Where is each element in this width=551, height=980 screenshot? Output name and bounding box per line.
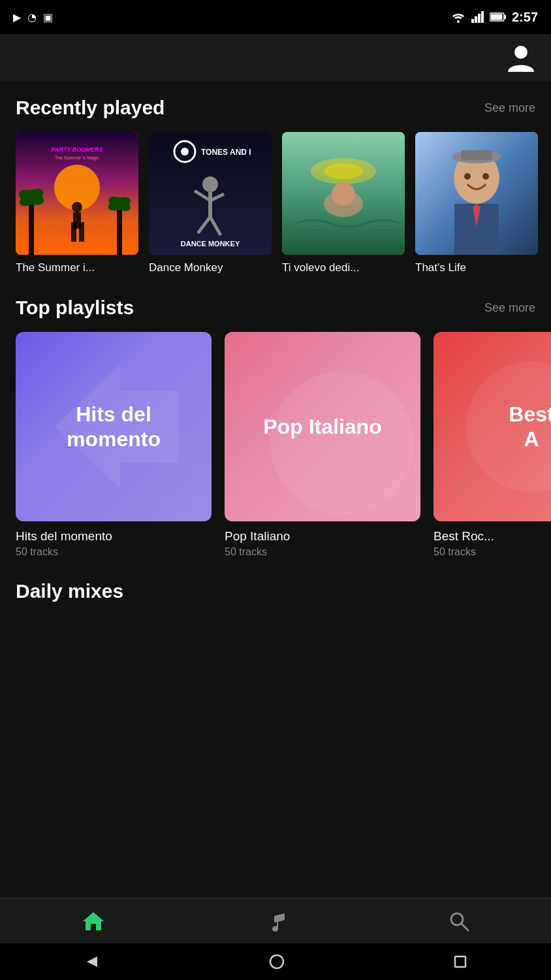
album-art-summer: PARTY BOOMERS The Summer is Magic [16,132,138,255]
recently-played-section: Recently played See more [0,81,551,281]
album-title-summer: The Summer i... [16,261,95,274]
playlist-tracks-hits: 50 tracks [16,546,212,558]
thats-art-svg [415,132,538,255]
playlist-card-pop[interactable]: Pop Italiano Pop Italiano 50 tracks [225,332,420,558]
back-icon [84,954,100,970]
playlist-tracks-best: 50 tracks [433,546,551,558]
playlist-label-pop: Pop Italiano [253,404,392,449]
svg-rect-19 [71,222,76,242]
svg-line-52 [462,924,468,930]
playlist-label-hits: Hits delmomento [56,391,171,463]
recently-played-list: PARTY BOOMERS The Summer is Magic The Su… [0,132,551,274]
recently-played-title: Recently played [16,97,165,119]
top-playlists-title: Top playlists [16,297,134,319]
user-avatar[interactable] [507,43,535,72]
top-playlists-header: Top playlists See more [0,297,551,319]
svg-rect-20 [79,222,84,242]
playlist-card-hits[interactable]: Hits delmomento Hits del momento 50 trac… [16,332,212,558]
playlist-tracks-pop: 50 tracks [225,546,420,558]
nav-search[interactable] [435,906,482,937]
svg-rect-4 [481,11,484,23]
svg-point-25 [181,148,189,155]
playlist-name-hits: Hits del momento [16,529,212,544]
top-playlists-section: Top playlists See more Hits delmomento H… [0,281,551,564]
svg-point-27 [202,176,218,192]
android-back-button[interactable] [84,954,100,970]
album-card-dance[interactable]: TONES AND I DANCE MONKEY [149,132,272,274]
daily-mixes-title: Daily mixes [0,564,551,615]
android-nav [0,943,551,980]
playlist-cover-best: BestA [433,332,551,521]
android-home-icon [269,954,285,970]
svg-rect-14 [117,204,122,255]
svg-point-45 [464,173,471,180]
svg-point-46 [482,173,489,180]
recently-played-header: Recently played See more [0,97,551,119]
ti-art-svg [282,132,405,255]
playlist-card-best[interactable]: BestA Best Roc... 50 tracks [433,332,551,558]
clock-time: 2:57 [512,10,538,25]
sd-icon: ▣ [43,11,53,24]
main-content: Recently played See more [0,81,551,629]
nav-home[interactable] [69,906,118,937]
status-left-icons: ▶ ◔ ▣ [13,11,53,24]
svg-rect-11 [29,197,34,255]
svg-point-38 [332,182,355,206]
album-card-summer[interactable]: PARTY BOOMERS The Summer is Magic The Su… [16,132,138,274]
svg-rect-6 [504,15,506,19]
playlist-label-best: BestA [498,391,551,463]
svg-text:PARTY BOOMERS: PARTY BOOMERS [52,146,103,153]
svg-rect-2 [475,16,477,23]
recent-icon [454,955,467,968]
svg-marker-50 [83,912,104,930]
album-art-thats [415,132,538,255]
recently-played-see-more[interactable]: See more [484,101,535,115]
album-title-dance: Dance Monkey [149,261,223,274]
album-title-thats: That's Life [415,261,466,274]
status-right-icons: 2:57 [450,10,538,25]
header [0,34,551,81]
svg-text:TONES AND I: TONES AND I [201,148,251,157]
album-art-ti [282,132,405,255]
wifi-icon [450,11,466,23]
svg-rect-7 [490,14,502,20]
svg-rect-1 [471,19,474,23]
album-art-dance: TONES AND I DANCE MONKEY [149,132,272,255]
dance-art-svg: TONES AND I DANCE MONKEY [149,132,272,255]
svg-text:DANCE MONKEY: DANCE MONKEY [181,240,240,248]
playlist-cover-pop: Pop Italiano [225,332,420,521]
bottom-nav [0,898,551,943]
summer-art-svg: PARTY BOOMERS The Summer is Magic [16,132,138,255]
album-card-thats[interactable]: That's Life [415,132,538,274]
clock-icon: ◔ [27,11,37,24]
svg-rect-3 [478,14,480,23]
svg-point-54 [270,955,283,968]
battery-icon [490,12,507,22]
svg-point-8 [514,46,527,59]
playlists-list: Hits delmomento Hits del momento 50 trac… [0,332,551,558]
playlist-name-pop: Pop Italiano [225,529,420,544]
album-title-ti: Ti volevo dedi... [282,261,359,274]
android-recent-button[interactable] [454,955,467,968]
android-home-button[interactable] [269,954,285,970]
signal-icon [471,11,484,23]
playlist-name-best: Best Roc... [433,529,551,544]
playlist-cover-hits: Hits delmomento [16,332,212,521]
svg-text:The Summer is Magic: The Summer is Magic [55,155,100,161]
nav-music[interactable] [255,906,299,937]
svg-marker-53 [87,956,97,967]
svg-point-17 [72,202,82,212]
play-icon: ▶ [13,11,21,24]
top-playlists-see-more[interactable]: See more [484,301,535,315]
status-bar: ▶ ◔ ▣ 2:57 [0,0,551,34]
svg-rect-42 [461,150,492,160]
avatar-svg [508,43,534,72]
home-icon [82,911,105,932]
search-icon [449,911,469,932]
music-icon [268,911,286,932]
svg-point-36 [324,163,363,179]
svg-rect-55 [455,956,465,967]
album-card-ti[interactable]: Ti volevo dedi... [282,132,405,274]
svg-point-0 [457,20,460,23]
